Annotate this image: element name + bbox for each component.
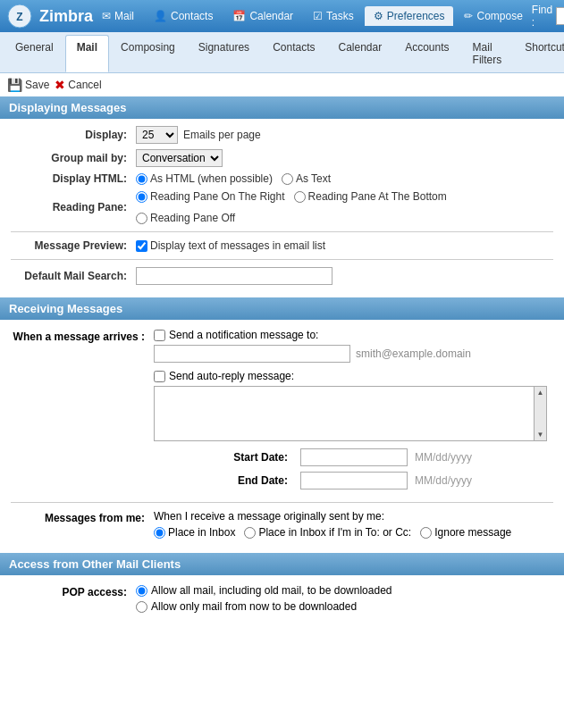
nav-preferences[interactable]: ⚙ Preferences: [365, 6, 454, 26]
display-value: 25 10 50 100 Emails per page: [136, 126, 553, 144]
displaying-messages-body: Display: 25 10 50 100 Emails per page Gr…: [0, 119, 564, 297]
calendar-icon: 📅: [232, 10, 246, 22]
send-notification-row: Send a notification message to:: [154, 329, 553, 341]
message-preview-checkbox[interactable]: [136, 240, 147, 252]
notification-email-input[interactable]: [154, 345, 350, 363]
reading-pane-row: Reading Pane: Reading Pane On The Right …: [11, 190, 553, 224]
svg-text:Z: Z: [16, 11, 22, 23]
reading-radio-1-input[interactable]: [136, 191, 147, 203]
messages-from-row: Messages from me: When I receive a messa…: [11, 510, 553, 539]
html-radio-1-input[interactable]: [136, 173, 147, 185]
nav-tasks[interactable]: ☑ Tasks: [304, 6, 363, 26]
default-search-input[interactable]: in:inbox: [136, 267, 333, 285]
nav-compose[interactable]: ✏ Compose: [455, 6, 531, 26]
send-notification-label: Send a notification message to:: [169, 329, 318, 341]
mail-icon: ✉: [102, 10, 111, 22]
end-date-row: End Date: MM/dd/yyyy: [154, 472, 553, 490]
access-body: POP access: Allow all mail, including ol…: [0, 575, 564, 625]
tab-composing[interactable]: Composing: [109, 35, 187, 72]
messages-from-options: Place in Inbox Place in Inbox if I'm in …: [154, 526, 553, 539]
notification-input-row: smith@example.domain: [154, 345, 553, 363]
nav-mail[interactable]: ✉ Mail: [93, 6, 143, 26]
start-date-row: Start Date: MM/dd/yyyy: [154, 448, 553, 466]
top-nav: ✉ Mail 👤 Contacts 📅 Calendar ☑ Tasks ⚙ P…: [93, 6, 532, 26]
pop-option2-label: Allow only mail from now to be downloade…: [151, 600, 357, 613]
group-mail-row: Group mail by: Conversation Message: [11, 149, 553, 167]
reading-option3-label: Reading Pane Off: [150, 212, 235, 224]
html-option1-label: As HTML (when possible): [150, 172, 273, 185]
end-date-label: End Date:: [154, 474, 297, 487]
cancel-button[interactable]: ✖ Cancel: [55, 78, 101, 92]
tab-general[interactable]: General: [4, 35, 65, 72]
html-radio-2-input[interactable]: [282, 173, 293, 185]
find-label: Find :: [532, 4, 552, 29]
compose-icon: ✏: [464, 10, 473, 22]
pop-label: POP access:: [11, 584, 136, 598]
place-inbox-radio[interactable]: Place in Inbox: [154, 526, 235, 539]
tab-mail[interactable]: Mail: [65, 35, 109, 72]
reading-option1-label: Reading Pane On The Right: [150, 190, 285, 203]
start-date-input[interactable]: [300, 448, 408, 466]
nav-contacts[interactable]: 👤 Contacts: [145, 6, 222, 26]
ignore-label: Ignore message: [434, 526, 511, 539]
place-inbox-input[interactable]: [154, 527, 165, 539]
zimbra-logo: Z Zimbra: [7, 4, 93, 29]
display-html-row: Display HTML: As HTML (when possible) As…: [11, 172, 553, 185]
display-html-label: Display HTML:: [11, 172, 136, 185]
html-radio-1[interactable]: As HTML (when possible): [136, 172, 273, 185]
message-preview-label: Message Preview:: [11, 239, 136, 252]
group-mail-value: Conversation Message: [136, 149, 553, 167]
default-search-value: in:inbox: [136, 267, 553, 285]
autoreply-textarea[interactable]: [155, 387, 534, 440]
when-arrives-row: When a message arrives : Send a notifica…: [11, 329, 553, 495]
display-select[interactable]: 25 10 50 100: [136, 126, 178, 144]
message-preview-value: Display text of messages in email list: [136, 239, 553, 252]
when-arrives-label: When a message arrives :: [11, 329, 154, 343]
message-preview-check[interactable]: Display text of messages in email list: [136, 239, 325, 252]
autoreply-scrollbar[interactable]: ▲ ▼: [534, 387, 546, 440]
tab-mailfilters[interactable]: Mail Filters: [461, 35, 514, 72]
reading-radio-3[interactable]: Reading Pane Off: [136, 212, 235, 224]
nav-mail-label: Mail: [114, 10, 134, 22]
reading-radio-3-input[interactable]: [136, 213, 147, 224]
place-inbox-if-input[interactable]: [244, 527, 256, 539]
page-content: Displaying Messages Display: 25 10 50 10…: [0, 96, 564, 625]
tab-contacts[interactable]: Contacts: [261, 35, 326, 72]
reading-radio-1[interactable]: Reading Pane On The Right: [136, 190, 285, 203]
display-html-options: As HTML (when possible) As Text: [136, 172, 553, 185]
html-option2-label: As Text: [296, 172, 331, 185]
pop-option-2[interactable]: Allow only mail from now to be downloade…: [136, 600, 553, 613]
pop-radio-1[interactable]: [136, 585, 147, 597]
scroll-up-icon: ▲: [537, 389, 544, 397]
autoreply-checkbox[interactable]: [154, 371, 165, 382]
end-date-input[interactable]: [300, 472, 408, 490]
send-notification-checkbox[interactable]: [154, 330, 165, 341]
nav-compose-label: Compose: [476, 10, 522, 22]
tab-accounts[interactable]: Accounts: [393, 35, 460, 72]
html-radio-2[interactable]: As Text: [282, 172, 331, 185]
tab-signatures[interactable]: Signatures: [187, 35, 261, 72]
place-inbox-if-label: Place in Inbox if I'm in To: or Cc:: [258, 526, 411, 539]
access-section-header: Access from Other Mail Clients: [0, 553, 564, 575]
pop-radio-2[interactable]: [136, 601, 147, 613]
reading-pane-label: Reading Pane:: [11, 201, 136, 213]
cancel-label: Cancel: [68, 79, 101, 91]
tab-shortcuts[interactable]: Shortcuts: [513, 35, 564, 72]
group-mail-select[interactable]: Conversation Message: [136, 149, 223, 167]
ignore-radio[interactable]: Ignore message: [420, 526, 511, 539]
cancel-icon: ✖: [55, 78, 65, 92]
place-inbox-if-radio[interactable]: Place in Inbox if I'm in To: or Cc:: [244, 526, 411, 539]
contacts-icon: 👤: [154, 10, 167, 22]
tab-calendar[interactable]: Calendar: [326, 35, 393, 72]
autoreply-wrapper: ▲ ▼: [154, 386, 547, 441]
default-search-row: Default Mail Search: in:inbox: [11, 267, 553, 285]
save-button[interactable]: 💾 Save: [7, 78, 49, 92]
autoreply-check-row: Send auto-reply message:: [154, 370, 553, 382]
notification-placeholder: smith@example.domain: [356, 347, 471, 360]
find-input[interactable]: [556, 7, 564, 25]
ignore-input[interactable]: [420, 527, 432, 539]
reading-radio-2-input[interactable]: [294, 191, 306, 203]
nav-calendar[interactable]: 📅 Calendar: [223, 6, 302, 26]
pop-option-1[interactable]: Allow all mail, including old mail, to b…: [136, 584, 553, 597]
reading-radio-2[interactable]: Reading Pane At The Bottom: [294, 190, 447, 203]
